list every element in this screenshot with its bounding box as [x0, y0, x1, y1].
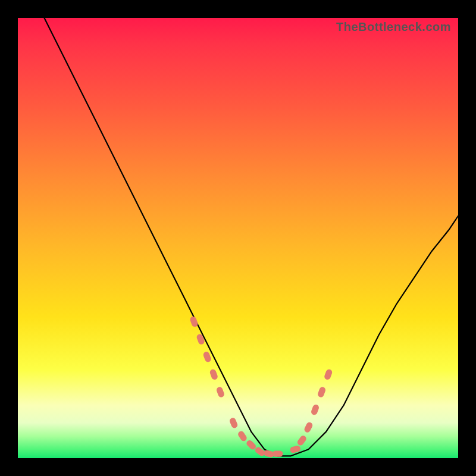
highlight-dot	[245, 439, 257, 451]
highlight-dot	[237, 430, 248, 443]
highlight-dot	[196, 333, 205, 345]
highlight-dot	[228, 417, 239, 429]
plot-area: TheBottleneck.com	[18, 18, 458, 458]
highlight-dot	[324, 368, 333, 380]
highlight-dot	[273, 450, 283, 456]
highlight-dot	[202, 351, 212, 363]
main-curve	[44, 18, 458, 456]
highlight-dot	[296, 434, 308, 446]
chart-frame: TheBottleneck.com	[0, 0, 476, 476]
highlight-dot	[311, 403, 320, 415]
highlight-dot	[303, 421, 314, 434]
curve-layer	[18, 18, 458, 458]
highlight-dot	[209, 368, 218, 380]
highlight-dot	[189, 315, 199, 327]
highlight-dot	[317, 386, 327, 398]
highlight-dot	[215, 386, 225, 398]
